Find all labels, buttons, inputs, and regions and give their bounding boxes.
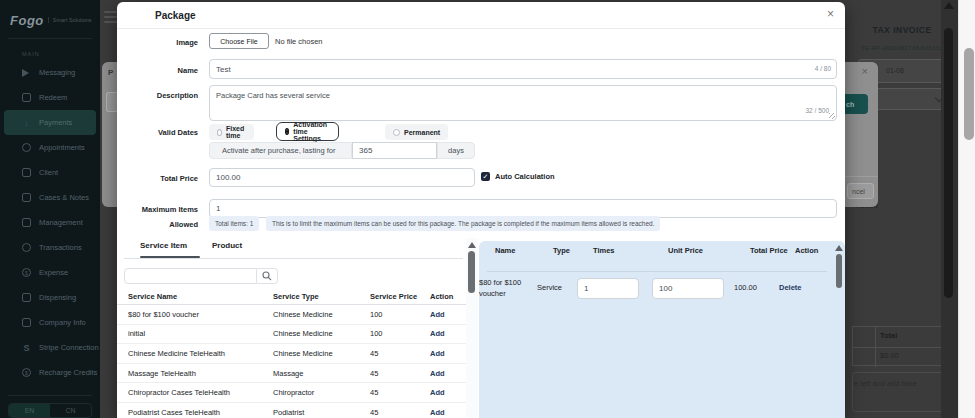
resize-grip-icon[interactable] [829,113,835,119]
behind-dialog-left-edge: P [102,62,117,207]
coin-icon: $ [22,368,31,377]
service-row: initial Chinese Medicine 100 Add [117,325,467,345]
divider [8,38,92,39]
sidebar-item-cases-notes[interactable]: Cases & Notes [0,185,100,210]
selected-items-panel: Name Type Times Unit Price Total Price A… [479,241,845,418]
tab-product[interactable]: Product [212,241,242,250]
add-button[interactable]: Add [430,369,467,378]
scroll-up-arrow-icon[interactable] [835,245,843,251]
maximum-items-label: Maximum Items [117,205,198,214]
tab-service-item[interactable]: Service Item [140,241,187,250]
page-scrollbar-thumb[interactable] [944,28,953,298]
duration-input[interactable] [352,142,437,159]
scroll-up-arrow-icon[interactable] [468,242,476,248]
description-counter: 32 / 500 [806,107,830,114]
add-button[interactable]: Add [430,388,467,397]
scrollbar-thumb[interactable] [468,251,475,293]
valid-dates-option[interactable]: Activation time Settings [276,122,339,141]
bag-icon [22,293,31,302]
sidebar-item-company-info[interactable]: Company Info [0,310,100,335]
sidebar-item-messaging[interactable]: Messaging [0,60,100,85]
scrollbar-thumb[interactable] [836,254,842,288]
file-status-text: No file chosen [275,37,323,46]
lang-en-button[interactable]: EN [9,404,50,417]
add-button[interactable]: Add [430,310,467,319]
lang-cn-button[interactable]: CN [50,404,91,417]
add-button[interactable]: Add [430,329,467,338]
radio-icon [393,129,400,136]
sidebar-item-stripe-connection[interactable]: S Stripe Connection [0,335,100,360]
total-price-input[interactable] [209,168,475,187]
language-toggle: EN CN [8,403,92,418]
sidebar-item-payments[interactable]: ↓ Payments [4,110,96,135]
service-price: 45 [370,408,430,417]
sidebar-item-recharge-credits[interactable]: $ Recharge Credits [0,360,100,385]
building-icon [22,318,31,327]
package-modal: Package × Image Choose File No file chos… [117,2,845,418]
sidebar-item-redeem[interactable]: Redeem [0,85,100,110]
logo[interactable]: Fogo Smart Solutions [10,8,100,32]
valid-dates-option[interactable]: Fixed time [209,124,254,140]
service-type: Chinese Medicine [273,329,370,338]
allowed-label: Allowed [117,220,198,229]
add-button[interactable]: Add [430,349,467,358]
modal-title: Package [155,10,196,21]
name-input[interactable] [209,59,837,79]
selected-type: Service [537,283,577,294]
add-button[interactable]: Add [430,408,467,417]
service-price: 100 [370,329,430,338]
dollar-circle-icon: $ [22,268,31,277]
sidebar-item-dispensing[interactable]: Dispensing [0,285,100,310]
service-type: Chinese Medicine [273,349,370,358]
selected-total-price: 100.00 [734,283,779,294]
description-label: Description [117,91,198,100]
sidebar-item-management[interactable]: Management [0,210,100,235]
service-type: Podiatrist [273,408,370,417]
window-scrollbar-thumb[interactable] [964,48,974,140]
sidebar-item-transactions[interactable]: Transactions [0,235,100,260]
service-list-scrollbar[interactable] [466,238,478,418]
times-input[interactable] [577,278,639,299]
logo-suffix: Smart Solutions [48,17,92,23]
page-scrollbar[interactable] [941,0,958,418]
auto-calculation-checkbox[interactable]: ✓ [481,172,490,181]
send-icon [22,69,31,77]
behind-dialog-close-icon[interactable]: × [862,65,868,77]
service-search-input[interactable] [124,268,257,284]
service-row: $80 for $100 voucher Chinese Medicine 10… [117,305,467,325]
selected-table-body: $80 for $100 voucher Service 100.00 Dele… [479,272,835,305]
service-row: Massage TeleHealth Massage 45 Add [117,364,467,384]
service-name: Chinese Medicine TeleHealth [128,349,273,358]
briefcase-icon [22,218,31,227]
service-price: 100 [370,310,430,319]
auto-calculation-label: Auto Calculation [495,172,555,181]
service-row: Podiatrist Cases TeleHealth Podiatrist 4… [117,403,467,418]
sidebar-item-client[interactable]: Client [0,160,100,185]
total-value: $0.00 [880,351,899,360]
sidebar-item-expense[interactable]: $ Expense [0,260,100,285]
window-scrollbar[interactable] [958,0,975,418]
hamburger-menu-icon[interactable] [104,11,117,26]
behind-dialog-search-button[interactable]: ch [843,94,868,114]
divider [845,176,878,177]
transfer-icon [22,243,31,252]
service-type: Massage [273,369,370,378]
valid-dates-label: Valid Dates [117,128,198,137]
sidebar-item-appointments[interactable]: Appointments [0,135,100,160]
behind-dialog-right-edge: × ch ncel [845,62,878,207]
search-icon [262,271,272,281]
choose-file-button[interactable]: Choose File [209,33,269,49]
selected-list-scrollbar[interactable] [834,243,844,416]
sidebar: Fogo Smart Solutions MAIN Messaging Rede… [0,0,100,418]
delete-button[interactable]: Delete [779,283,835,294]
nav-section-label: MAIN [22,51,40,57]
search-button[interactable] [257,268,278,284]
service-row: Chiropractor Cases TeleHealth Chiropract… [117,383,467,403]
modal-close-icon[interactable]: × [827,7,834,21]
divider [8,395,92,396]
unit-price-input[interactable] [652,278,724,299]
valid-dates-option[interactable]: Permanent [385,124,448,140]
clock-icon [22,143,31,152]
behind-dialog-cancel-button[interactable]: ncel [847,183,874,199]
scroll-up-arrow-icon[interactable] [944,2,954,9]
